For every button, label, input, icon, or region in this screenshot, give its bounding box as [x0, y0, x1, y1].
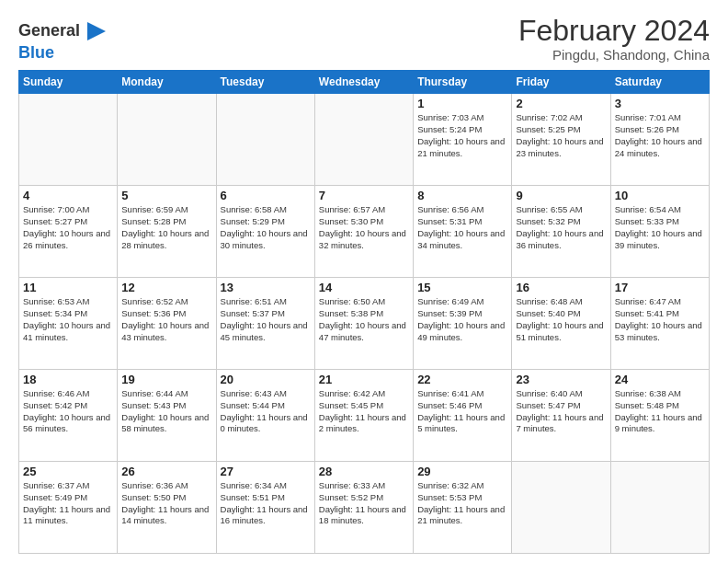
calendar-cell: 14Sunrise: 6:50 AM Sunset: 5:38 PM Dayli… — [314, 278, 413, 370]
day-number: 8 — [417, 189, 507, 202]
day-number: 6 — [221, 189, 311, 202]
day-info: Sunrise: 6:57 AM Sunset: 5:30 PM Dayligh… — [319, 204, 409, 251]
day-number: 2 — [516, 97, 606, 110]
calendar-cell: 24Sunrise: 6:38 AM Sunset: 5:48 PM Dayli… — [610, 370, 709, 462]
day-info: Sunrise: 6:42 AM Sunset: 5:45 PM Dayligh… — [319, 388, 409, 435]
day-number: 16 — [516, 281, 606, 294]
calendar-cell: 2Sunrise: 7:02 AM Sunset: 5:25 PM Daylig… — [512, 94, 610, 186]
calendar-cell: 27Sunrise: 6:34 AM Sunset: 5:51 PM Dayli… — [216, 462, 314, 554]
day-number: 5 — [121, 189, 211, 202]
calendar-cell — [216, 94, 314, 186]
calendar-body: 1Sunrise: 7:03 AM Sunset: 5:24 PM Daylig… — [19, 94, 710, 554]
calendar-week-5: 25Sunrise: 6:37 AM Sunset: 5:49 PM Dayli… — [19, 462, 710, 554]
day-number: 21 — [319, 373, 409, 386]
calendar-cell: 12Sunrise: 6:52 AM Sunset: 5:36 PM Dayli… — [118, 278, 216, 370]
day-number: 14 — [319, 281, 409, 294]
day-info: Sunrise: 6:41 AM Sunset: 5:46 PM Dayligh… — [417, 388, 507, 435]
day-info: Sunrise: 6:51 AM Sunset: 5:37 PM Dayligh… — [221, 296, 311, 343]
calendar-cell: 26Sunrise: 6:36 AM Sunset: 5:50 PM Dayli… — [118, 462, 216, 554]
day-number: 3 — [615, 97, 705, 110]
calendar-week-2: 4Sunrise: 7:00 AM Sunset: 5:27 PM Daylig… — [19, 186, 710, 278]
day-number: 23 — [516, 373, 606, 386]
calendar-cell: 29Sunrise: 6:32 AM Sunset: 5:53 PM Dayli… — [414, 462, 512, 554]
col-header-sunday: Sunday — [19, 71, 118, 94]
day-number: 17 — [615, 281, 705, 294]
calendar-cell: 4Sunrise: 7:00 AM Sunset: 5:27 PM Daylig… — [19, 186, 118, 278]
col-header-wednesday: Wednesday — [314, 71, 413, 94]
day-info: Sunrise: 6:47 AM Sunset: 5:41 PM Dayligh… — [615, 296, 705, 343]
calendar-table: SundayMondayTuesdayWednesdayThursdayFrid… — [18, 70, 710, 554]
day-info: Sunrise: 6:40 AM Sunset: 5:47 PM Dayligh… — [516, 388, 606, 435]
day-number: 20 — [221, 373, 311, 386]
day-number: 10 — [615, 189, 705, 202]
day-info: Sunrise: 6:49 AM Sunset: 5:39 PM Dayligh… — [417, 296, 507, 343]
day-info: Sunrise: 6:48 AM Sunset: 5:40 PM Dayligh… — [516, 296, 606, 343]
calendar-cell: 18Sunrise: 6:46 AM Sunset: 5:42 PM Dayli… — [19, 370, 118, 462]
day-number: 7 — [319, 189, 409, 202]
day-info: Sunrise: 7:02 AM Sunset: 5:25 PM Dayligh… — [516, 112, 606, 159]
day-info: Sunrise: 6:43 AM Sunset: 5:44 PM Dayligh… — [221, 388, 311, 435]
calendar-cell — [118, 94, 216, 186]
day-number: 11 — [23, 281, 113, 294]
day-number: 12 — [121, 281, 211, 294]
day-info: Sunrise: 6:55 AM Sunset: 5:32 PM Dayligh… — [516, 204, 606, 251]
day-info: Sunrise: 7:03 AM Sunset: 5:24 PM Dayligh… — [417, 112, 507, 159]
calendar-week-1: 1Sunrise: 7:03 AM Sunset: 5:24 PM Daylig… — [19, 94, 710, 186]
col-header-saturday: Saturday — [610, 71, 709, 94]
calendar-cell — [512, 462, 610, 554]
calendar-cell: 25Sunrise: 6:37 AM Sunset: 5:49 PM Dayli… — [19, 462, 118, 554]
title-block: February 2024 Pingdu, Shandong, China — [518, 15, 710, 63]
col-header-tuesday: Tuesday — [216, 71, 314, 94]
logo-icon — [84, 18, 109, 44]
header: General Blue February 2024 Pingdu, Shand… — [18, 15, 710, 63]
day-info: Sunrise: 6:56 AM Sunset: 5:31 PM Dayligh… — [417, 204, 507, 251]
day-number: 28 — [319, 465, 409, 478]
calendar-cell: 16Sunrise: 6:48 AM Sunset: 5:40 PM Dayli… — [512, 278, 610, 370]
calendar-cell: 28Sunrise: 6:33 AM Sunset: 5:52 PM Dayli… — [314, 462, 413, 554]
calendar-cell: 7Sunrise: 6:57 AM Sunset: 5:30 PM Daylig… — [314, 186, 413, 278]
day-info: Sunrise: 6:33 AM Sunset: 5:52 PM Dayligh… — [319, 480, 409, 527]
calendar-cell — [610, 462, 709, 554]
calendar-cell: 11Sunrise: 6:53 AM Sunset: 5:34 PM Dayli… — [19, 278, 118, 370]
calendar-cell: 15Sunrise: 6:49 AM Sunset: 5:39 PM Dayli… — [414, 278, 512, 370]
logo: General Blue — [18, 18, 109, 63]
svg-marker-0 — [87, 22, 106, 40]
day-number: 27 — [221, 465, 311, 478]
day-number: 29 — [417, 465, 507, 478]
day-number: 26 — [121, 465, 211, 478]
calendar-cell: 13Sunrise: 6:51 AM Sunset: 5:37 PM Dayli… — [216, 278, 314, 370]
calendar-header-row: SundayMondayTuesdayWednesdayThursdayFrid… — [19, 71, 710, 94]
calendar-cell — [19, 94, 118, 186]
calendar-cell: 23Sunrise: 6:40 AM Sunset: 5:47 PM Dayli… — [512, 370, 610, 462]
col-header-thursday: Thursday — [414, 71, 512, 94]
calendar-week-4: 18Sunrise: 6:46 AM Sunset: 5:42 PM Dayli… — [19, 370, 710, 462]
day-number: 19 — [121, 373, 211, 386]
day-info: Sunrise: 6:53 AM Sunset: 5:34 PM Dayligh… — [23, 296, 113, 343]
day-info: Sunrise: 6:36 AM Sunset: 5:50 PM Dayligh… — [121, 480, 211, 527]
calendar-cell: 22Sunrise: 6:41 AM Sunset: 5:46 PM Dayli… — [414, 370, 512, 462]
calendar-week-3: 11Sunrise: 6:53 AM Sunset: 5:34 PM Dayli… — [19, 278, 710, 370]
day-info: Sunrise: 6:59 AM Sunset: 5:28 PM Dayligh… — [121, 204, 211, 251]
calendar-cell: 9Sunrise: 6:55 AM Sunset: 5:32 PM Daylig… — [512, 186, 610, 278]
day-number: 15 — [417, 281, 507, 294]
day-info: Sunrise: 6:34 AM Sunset: 5:51 PM Dayligh… — [221, 480, 311, 527]
day-number: 9 — [516, 189, 606, 202]
calendar-cell: 21Sunrise: 6:42 AM Sunset: 5:45 PM Dayli… — [314, 370, 413, 462]
day-info: Sunrise: 7:00 AM Sunset: 5:27 PM Dayligh… — [23, 204, 113, 251]
calendar-cell: 8Sunrise: 6:56 AM Sunset: 5:31 PM Daylig… — [414, 186, 512, 278]
day-info: Sunrise: 6:50 AM Sunset: 5:38 PM Dayligh… — [319, 296, 409, 343]
day-info: Sunrise: 6:38 AM Sunset: 5:48 PM Dayligh… — [615, 388, 705, 435]
logo-text-general: General — [18, 22, 80, 40]
calendar-cell: 19Sunrise: 6:44 AM Sunset: 5:43 PM Dayli… — [118, 370, 216, 462]
calendar-cell: 20Sunrise: 6:43 AM Sunset: 5:44 PM Dayli… — [216, 370, 314, 462]
day-info: Sunrise: 6:37 AM Sunset: 5:49 PM Dayligh… — [23, 480, 113, 527]
day-info: Sunrise: 6:58 AM Sunset: 5:29 PM Dayligh… — [221, 204, 311, 251]
calendar-cell — [314, 94, 413, 186]
day-number: 1 — [417, 97, 507, 110]
col-header-friday: Friday — [512, 71, 610, 94]
logo-text-blue: Blue — [18, 43, 54, 62]
calendar-title: February 2024 — [518, 15, 710, 47]
calendar-cell: 6Sunrise: 6:58 AM Sunset: 5:29 PM Daylig… — [216, 186, 314, 278]
day-number: 4 — [23, 189, 113, 202]
calendar-cell: 3Sunrise: 7:01 AM Sunset: 5:26 PM Daylig… — [610, 94, 709, 186]
